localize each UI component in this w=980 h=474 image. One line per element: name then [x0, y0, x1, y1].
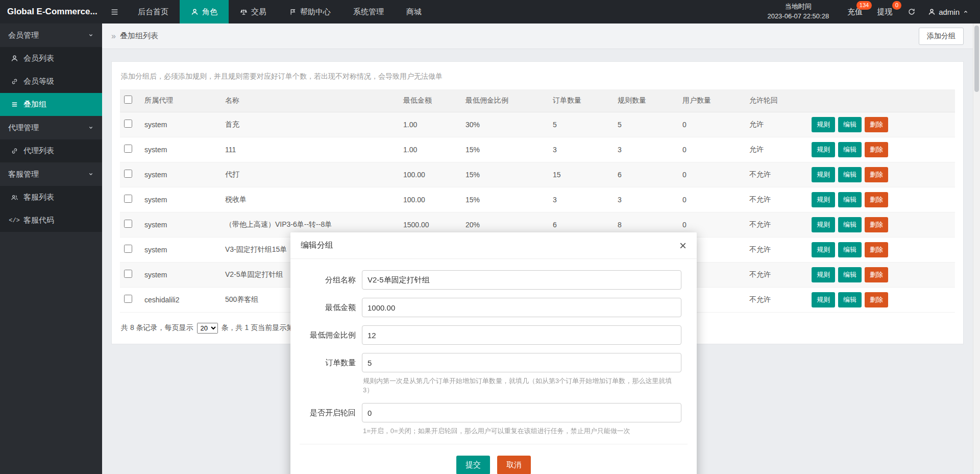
- edit-button[interactable]: 编辑: [838, 142, 862, 157]
- sidebar-item-support-list[interactable]: 客服列表: [0, 186, 102, 209]
- sidebar-submenu-support: 客服列表 </> 客服代码: [0, 186, 102, 232]
- col-min-commission: 最低佣金比例: [461, 89, 549, 112]
- page-size-select[interactable]: 20: [197, 323, 218, 334]
- cell-users: 0: [678, 137, 745, 162]
- select-all-checkbox[interactable]: [124, 96, 132, 104]
- order-count-input[interactable]: [362, 353, 681, 372]
- rule-button[interactable]: 规则: [812, 167, 835, 182]
- delete-button[interactable]: 删除: [865, 242, 888, 257]
- rule-button[interactable]: 规则: [812, 292, 835, 307]
- min-amount-input[interactable]: [362, 298, 681, 317]
- sidebar-item-member-level[interactable]: 会员等级: [0, 70, 102, 93]
- nav-item-transactions[interactable]: 交易: [229, 0, 278, 23]
- sidebar-item-stack-group[interactable]: 叠加组: [0, 93, 102, 116]
- add-group-button[interactable]: 添加分组: [919, 28, 964, 45]
- delete-button[interactable]: 删除: [865, 117, 888, 132]
- user-icon: [928, 8, 936, 16]
- cancel-button[interactable]: 取消: [497, 456, 531, 474]
- edit-button[interactable]: 编辑: [838, 292, 862, 307]
- nav-item-dashboard[interactable]: 后台首页: [127, 0, 180, 23]
- cell-loop: 允许: [745, 112, 807, 137]
- chevron-down-icon: [88, 125, 94, 131]
- local-time: 当地时间 2023-06-07 22:50:28: [767, 2, 829, 21]
- cell-commission: 15%: [461, 187, 549, 212]
- delete-button[interactable]: 删除: [865, 217, 888, 232]
- cell-orders: 3: [549, 187, 614, 212]
- rule-button[interactable]: 规则: [812, 142, 835, 157]
- edit-button[interactable]: 编辑: [838, 217, 862, 232]
- delete-button[interactable]: 删除: [865, 192, 888, 207]
- nav-item-mall[interactable]: 商城: [395, 0, 433, 23]
- sidebar-group-agents[interactable]: 代理管理: [0, 116, 102, 139]
- cell-agent: system: [140, 112, 221, 137]
- nav-item-system[interactable]: 系统管理: [342, 0, 395, 23]
- form-row-loop: 是否开启轮回 1=开启，0=关闭；如果开启轮回，那么用户可以重复在该组进行任务，…: [306, 403, 681, 436]
- flag-icon: [289, 8, 297, 16]
- group-name-input[interactable]: [362, 270, 681, 290]
- nav-item-help-center[interactable]: 帮助中心: [278, 0, 342, 23]
- code-icon: </>: [10, 217, 18, 224]
- sidebar-item-support-code[interactable]: </> 客服代码: [0, 209, 102, 232]
- chevron-up-icon: [963, 9, 969, 15]
- loop-input[interactable]: [362, 403, 681, 422]
- row-checkbox[interactable]: [124, 170, 132, 178]
- delete-button[interactable]: 删除: [865, 292, 888, 307]
- pagination-prefix: 共 8 条记录，每页显示: [121, 323, 193, 333]
- cell-agent: system: [140, 237, 221, 262]
- edit-button[interactable]: 编辑: [838, 117, 862, 132]
- chevron-down-icon: [88, 32, 94, 38]
- row-checkbox[interactable]: [124, 120, 132, 128]
- sidebar-toggle-button[interactable]: [102, 0, 127, 23]
- edit-button[interactable]: 编辑: [838, 192, 862, 207]
- cell-commission: 15%: [461, 162, 549, 187]
- edit-button[interactable]: 编辑: [838, 267, 862, 282]
- panel-hint: 添加分组后，必须添加规则，并且规则需要对应好订单个数，若出现不对称情况，会导致用…: [121, 72, 954, 81]
- delete-button[interactable]: 删除: [865, 167, 888, 182]
- edit-button[interactable]: 编辑: [838, 242, 862, 257]
- row-checkbox[interactable]: [124, 220, 132, 228]
- cell-name: 税收单: [221, 187, 399, 212]
- sidebar-item-agent-list[interactable]: 代理列表: [0, 139, 102, 162]
- sidebar-item-member-list[interactable]: 会员列表: [0, 47, 102, 70]
- row-checkbox[interactable]: [124, 195, 132, 203]
- admin-menu[interactable]: admin: [924, 8, 973, 16]
- submit-button[interactable]: 提交: [456, 456, 490, 474]
- edit-button[interactable]: 编辑: [838, 167, 862, 182]
- local-time-value: 2023-06-07 22:50:28: [767, 12, 829, 21]
- form-row-min-commission: 最低佣金比例: [306, 325, 681, 345]
- cell-orders: 15: [549, 162, 614, 187]
- min-commission-input[interactable]: [362, 325, 681, 345]
- close-icon[interactable]: ×: [679, 240, 687, 252]
- topbar: Global E-Commerce... 后台首页 角色 交易 帮助中心 系统管…: [0, 0, 980, 23]
- user-icon: [10, 55, 18, 62]
- sidebar-group-members[interactable]: 会员管理: [0, 23, 102, 47]
- delete-button[interactable]: 删除: [865, 142, 888, 157]
- order-count-hint: 规则内第一次是从第几个订单开始增加订单数量，就填几（如从第3个订单开始增加订单数…: [363, 376, 680, 395]
- nav-item-roles[interactable]: 角色: [180, 0, 229, 23]
- breadcrumb-caret-icon: »: [111, 32, 116, 41]
- vertical-scrollbar[interactable]: [973, 23, 980, 474]
- row-checkbox[interactable]: [124, 270, 132, 278]
- table-header-row: 所属代理 名称 最低金额 最低佣金比例 订单数量 规则数量 用户数量 允许轮回: [120, 89, 955, 112]
- recharge-link[interactable]: 充值 134: [840, 7, 870, 17]
- col-min-amount: 最低金额: [399, 89, 461, 112]
- scrollbar-thumb[interactable]: [974, 26, 979, 92]
- row-checkbox[interactable]: [124, 295, 132, 303]
- cell-name: 首充: [221, 112, 399, 137]
- row-checkbox[interactable]: [124, 245, 132, 253]
- rule-button[interactable]: 规则: [812, 242, 835, 257]
- withdraw-link[interactable]: 提现 0: [870, 7, 899, 17]
- rule-button[interactable]: 规则: [812, 217, 835, 232]
- form-row-order-count: 订单数量 规则内第一次是从第几个订单开始增加订单数量，就填几（如从第3个订单开始…: [306, 353, 681, 395]
- rule-button[interactable]: 规则: [812, 267, 835, 282]
- sidebar-group-support[interactable]: 客服管理: [0, 162, 102, 186]
- rule-button[interactable]: 规则: [812, 192, 835, 207]
- delete-button[interactable]: 删除: [865, 267, 888, 282]
- cell-name: 111: [221, 137, 399, 162]
- users-icon: [10, 194, 18, 201]
- row-checkbox[interactable]: [124, 145, 132, 153]
- cell-min-amount: 1.00: [399, 137, 461, 162]
- refresh-button[interactable]: [899, 8, 924, 16]
- cell-agent: system: [140, 187, 221, 212]
- rule-button[interactable]: 规则: [812, 117, 835, 132]
